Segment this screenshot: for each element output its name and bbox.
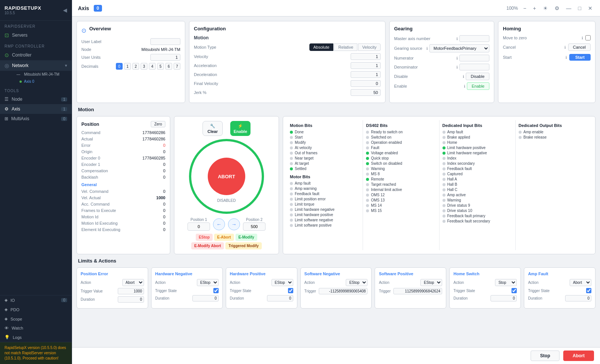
- zoom-minus-btn[interactable]: −: [522, 4, 528, 13]
- stop-btn[interactable]: Stop: [531, 351, 560, 361]
- dec-btn-4[interactable]: 4: [149, 63, 156, 70]
- limit-trigger-state-checkbox-af[interactable]: [586, 288, 591, 293]
- pos2-input[interactable]: [243, 222, 266, 231]
- mt-btn-velocity[interactable]: Velocity: [358, 43, 381, 51]
- motor-bits-title: Motor Bits: [290, 175, 360, 179]
- sidebar-item-network[interactable]: ◎ Network ▾: [0, 60, 72, 71]
- sidebar-item-axis-tool[interactable]: ⚙ Axis 1: [0, 104, 72, 114]
- dec-btn-1[interactable]: 1: [124, 63, 131, 70]
- cancel-btn[interactable]: Cancel: [568, 43, 591, 51]
- pdo-icon: ◈: [4, 307, 8, 312]
- limit-trigger-state-checkbox-hwn[interactable]: [213, 288, 219, 293]
- move-to-zero-checkbox[interactable]: [585, 35, 591, 40]
- bit-warning-ds402: Warning: [366, 167, 436, 171]
- sidebar-item-pdo[interactable]: ◈ PDO: [0, 305, 72, 314]
- bit-dot-fault: [366, 146, 369, 149]
- enable-btn[interactable]: Enable: [467, 82, 489, 90]
- sidebar-item-watch[interactable]: 👁 Watch: [0, 324, 72, 333]
- sidebar-item-logs[interactable]: 💡 Logs: [0, 333, 72, 342]
- zero-btn[interactable]: Zero: [151, 121, 165, 127]
- bit-dot-internal-limit: [366, 188, 369, 191]
- limit-action-select-hwp[interactable]: EStopAbortStop: [272, 279, 293, 286]
- estop-btn[interactable]: EStop: [196, 234, 213, 241]
- mt-btn-relative[interactable]: Relative: [334, 43, 357, 51]
- limit-duration-input-af[interactable]: [565, 295, 591, 301]
- acceleration-input[interactable]: [351, 62, 381, 69]
- sidebar-item-servers[interactable]: ⊡ Servers: [0, 30, 72, 40]
- limit-duration-input-hs[interactable]: [490, 295, 517, 301]
- origin-row: Origin 0: [81, 149, 165, 154]
- limit-trigger-input-swn[interactable]: [319, 288, 368, 294]
- final-velocity-input[interactable]: [351, 80, 381, 87]
- sun-icon-btn[interactable]: ☀: [542, 4, 549, 13]
- sidebar-collapse-btn[interactable]: ◀: [63, 7, 67, 13]
- left-arrow-btn[interactable]: ←: [213, 218, 225, 230]
- master-axis-input[interactable]: [459, 35, 489, 42]
- sidebar-item-node-tool[interactable]: ☰ Node 1: [0, 94, 72, 104]
- denominator-input[interactable]: [459, 64, 489, 70]
- emodify-btn[interactable]: E-Modify: [236, 234, 257, 241]
- jerk-input[interactable]: [351, 89, 381, 96]
- pos1-input[interactable]: [188, 222, 210, 231]
- mt-btn-absolute[interactable]: Absolute: [309, 43, 334, 51]
- limit-action-select-hwn[interactable]: EStopAbortStop: [197, 279, 219, 286]
- bit-feedback-fault: Feedback fault: [290, 192, 360, 196]
- homing-title: Homing: [503, 26, 591, 31]
- dec-btn-7[interactable]: 7: [174, 63, 180, 70]
- sidebar-item-controller[interactable]: ⊙ Controller: [0, 50, 72, 60]
- abort-btn[interactable]: Abort: [563, 351, 594, 361]
- gearing-source-info: ℹ: [426, 46, 428, 51]
- limit-trigger-state-checkbox-hs[interactable]: [512, 288, 517, 293]
- dec-btn-5[interactable]: 5: [157, 63, 164, 70]
- enable-joystick-btn[interactable]: ⚡ Enable: [230, 121, 250, 136]
- limit-action-select-af[interactable]: AbortEStopStop: [570, 279, 591, 286]
- user-label-label: User Label: [81, 39, 150, 44]
- eabort-btn[interactable]: E-Abort: [214, 234, 234, 241]
- gearing-source-select[interactable]: MotorFeedbackPrimary: [429, 44, 489, 52]
- zoom-plus-btn[interactable]: +: [531, 4, 537, 13]
- user-label-input[interactable]: [150, 38, 180, 45]
- dec-btn-0[interactable]: 0: [116, 63, 123, 70]
- minimize-btn[interactable]: —: [565, 4, 573, 13]
- limit-duration-input-hwn[interactable]: [192, 295, 219, 301]
- disable-btn[interactable]: Disable: [466, 73, 489, 80]
- master-axis-label: Master axis number: [394, 36, 456, 41]
- limit-duration-input-pe[interactable]: [118, 296, 144, 303]
- sidebar-item-io[interactable]: ◈ IO 0: [0, 295, 72, 305]
- bit-limit-hw-pos-in: Limit hardware positive: [442, 146, 512, 150]
- limit-action-select-hs[interactable]: StopEStopAbort: [495, 279, 517, 286]
- clear-btn[interactable]: 🔧 Clear: [202, 121, 223, 136]
- limit-action-select-pe[interactable]: AbortEStopStop: [122, 279, 144, 286]
- right-arrow-btn[interactable]: →: [228, 218, 240, 230]
- dec-btn-3[interactable]: 3: [141, 63, 147, 70]
- close-btn[interactable]: ✕: [586, 4, 594, 13]
- deceleration-input[interactable]: [351, 71, 381, 78]
- abort-circle-btn[interactable]: ABORT: [208, 158, 245, 195]
- start-btn[interactable]: Start: [569, 54, 591, 61]
- dec-btn-2[interactable]: 2: [132, 63, 139, 70]
- dec-btn-6[interactable]: 6: [165, 63, 172, 70]
- main: Axis 0 100% − + ☀ ⚙ — □ ✕ ⊙ Overview Use…: [72, 0, 600, 364]
- limit-title-sw-pos: Software Positive: [379, 272, 442, 276]
- app-version: 10.5.5: [4, 11, 41, 15]
- sidebar-item-scope[interactable]: ◈ Scope: [0, 314, 72, 324]
- velocity-input[interactable]: [351, 53, 381, 60]
- settings-icon-btn[interactable]: ⚙: [553, 4, 561, 13]
- maximize-btn[interactable]: □: [577, 4, 583, 13]
- limit-duration-input-hwp[interactable]: [267, 295, 293, 301]
- user-units-input[interactable]: [150, 54, 180, 61]
- numerator-input[interactable]: [459, 55, 489, 61]
- bit-dot-amp-enable-out: [519, 131, 522, 134]
- limit-action-select-swp[interactable]: EStopAbortStop: [420, 279, 442, 286]
- emodify-abort-btn[interactable]: E-Modify Abort: [191, 242, 224, 249]
- triggered-modify-btn[interactable]: Triggered Modify: [225, 242, 262, 249]
- sidebar-item-multiaxis-tool[interactable]: ⊞ MultiAxis 0: [0, 114, 72, 124]
- limit-trigger-input-pe[interactable]: [118, 288, 144, 294]
- element-id-value: 0: [163, 227, 165, 232]
- limit-action-select-swn[interactable]: EStopAbortStop: [346, 279, 368, 286]
- limit-trigger-state-checkbox-hwp[interactable]: [288, 288, 293, 293]
- bit-dot-near-target: [290, 157, 293, 160]
- sidebar-item-node[interactable]: — Mitsubishi MR-J4-TM: [6, 71, 72, 78]
- sidebar-item-axis0[interactable]: Axis 0: [6, 78, 72, 85]
- limit-trigger-input-swp[interactable]: [393, 288, 442, 294]
